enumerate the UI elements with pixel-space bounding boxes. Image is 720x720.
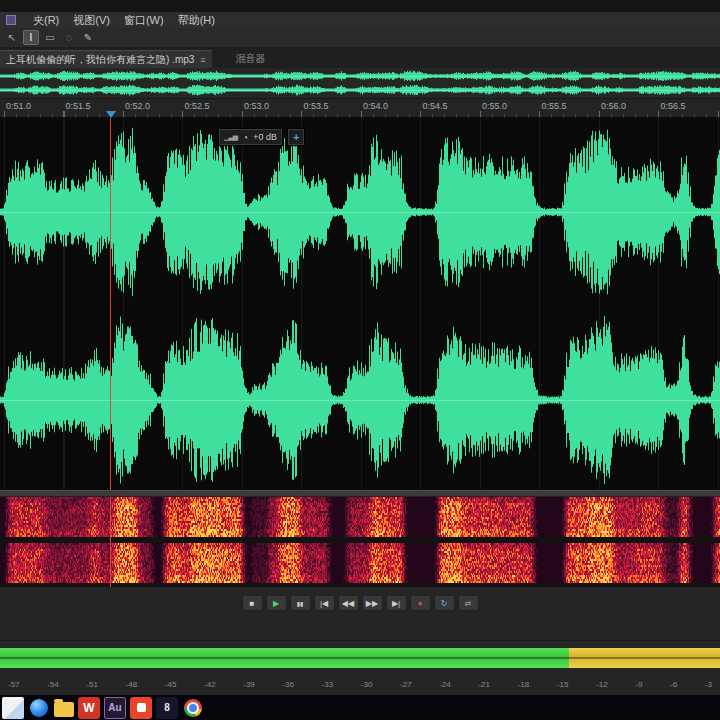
hud-gain-value[interactable]: +0 dB <box>253 132 277 142</box>
meter-scale-label: -48 <box>126 680 138 689</box>
hud-move-box[interactable]: + <box>287 128 305 146</box>
marquee-selection-tool[interactable]: ▭ <box>42 30 58 45</box>
hud-knob-icon[interactable]: ◔ <box>242 132 248 143</box>
paintbrush-tool[interactable]: ✎ <box>80 30 96 45</box>
menu-item[interactable]: 夹(R) <box>26 13 66 28</box>
meter-scale-label: -21 <box>478 680 490 689</box>
playhead-line[interactable] <box>110 118 111 490</box>
wps-app-icon[interactable]: W <box>78 697 100 719</box>
level-meter[interactable] <box>0 648 720 668</box>
pause-button[interactable]: ▮▮ <box>290 595 311 611</box>
file-tab[interactable]: 上耳机偷偷的听，我怕你有难言之隐) .mp3 ≡ <box>0 50 212 68</box>
hud-move-icon: + <box>293 131 299 143</box>
ruler-time-label: 0:53.5 <box>304 101 329 111</box>
meter-scale-label: -15 <box>557 680 569 689</box>
browser-app-icon[interactable] <box>30 699 48 717</box>
mixer-tab-label: 混音器 <box>236 52 266 66</box>
app-icon <box>6 15 16 25</box>
ruler-time-label: 0:52.0 <box>125 101 150 111</box>
time-selection-tool[interactable]: I <box>23 30 39 45</box>
meter-scale-label: -6 <box>670 680 677 689</box>
ruler-time-label: 0:54.0 <box>363 101 388 111</box>
meter-scale-label: -54 <box>47 680 59 689</box>
playhead-handle[interactable] <box>106 111 116 118</box>
menu-item[interactable]: 帮助(H) <box>171 13 222 28</box>
ruler-time-label: 0:56.0 <box>601 101 626 111</box>
meter-scale-label: -3 <box>705 680 712 689</box>
meter-scale-label: -36 <box>282 680 294 689</box>
panel-divider[interactable] <box>0 490 720 497</box>
audition-app-icon[interactable]: Au <box>104 697 126 719</box>
ruler-time-label: 0:56.5 <box>661 101 686 111</box>
meter-scale-label: -9 <box>635 680 642 689</box>
meter-scale-label: -30 <box>361 680 373 689</box>
chrome-app-icon[interactable] <box>184 699 202 717</box>
record-button[interactable]: ● <box>410 595 431 611</box>
ruler-time-label: 0:51.0 <box>6 101 31 111</box>
audition-window: 夹(R)视图(V)窗口(W)帮助(H) ↖I▭◌✎ 上耳机偷偷的听，我怕你有难言… <box>0 0 720 720</box>
ruler-time-label: 0:55.5 <box>542 101 567 111</box>
level-meter-scale: -57-54-51-48-45-42-39-36-33-30-27-24-21-… <box>0 668 720 689</box>
menu-bar: 夹(R)视图(V)窗口(W)帮助(H) <box>0 12 720 28</box>
tool-bar: ↖I▭◌✎ <box>0 28 720 48</box>
meter-scale-label: -45 <box>165 680 177 689</box>
waveform-editor[interactable]: ▁▃▅ ◔ +0 dB + <box>0 118 720 490</box>
meter-scale-label: -18 <box>518 680 530 689</box>
play-button[interactable]: ▶ <box>266 595 287 611</box>
meter-scale-label: -42 <box>204 680 216 689</box>
meter-scale-label: -24 <box>439 680 451 689</box>
red-app-icon[interactable] <box>130 697 152 719</box>
tab-bar: 上耳机偷偷的听，我怕你有难言之隐) .mp3 ≡ 混音器 <box>0 48 720 68</box>
ruler-time-label: 0:55.0 <box>482 101 507 111</box>
tab-menu-icon[interactable]: ≡ <box>200 55 205 65</box>
waveform-canvas[interactable] <box>0 118 720 490</box>
timeline-ruler[interactable]: 0:51.00:51.50:52.00:52.50:53.00:53.50:54… <box>0 98 720 118</box>
menu-item[interactable]: 窗口(W) <box>117 13 171 28</box>
overview-waveform[interactable] <box>0 68 720 98</box>
meter-scale-label: -27 <box>400 680 412 689</box>
mixer-tab[interactable]: 混音器 <box>226 50 276 68</box>
transport-controls: ■▶▮▮|◀◀◀▶▶▶|●↻⇄ <box>0 587 720 611</box>
move-tool[interactable]: ↖ <box>4 30 20 45</box>
spectrogram-right-canvas[interactable] <box>0 543 720 583</box>
ruler-time-label: 0:52.5 <box>185 101 210 111</box>
level-meter-split <box>0 657 720 659</box>
transport-area: ■▶▮▮|◀◀◀▶▶▶|●↻⇄ <box>0 587 720 640</box>
meter-scale-label: -57 <box>8 680 20 689</box>
overview-waveform-canvas[interactable] <box>0 68 720 98</box>
meter-scale-label: -12 <box>596 680 608 689</box>
lasso-selection-tool[interactable]: ◌ <box>61 30 77 45</box>
ruler-time-label: 0:54.5 <box>423 101 448 111</box>
ruler-time-label: 0:51.5 <box>66 101 91 111</box>
spectrogram-left-canvas[interactable] <box>0 497 720 537</box>
photos-app-icon[interactable] <box>2 697 24 719</box>
fast-forward-button[interactable]: ▶▶ <box>362 595 383 611</box>
skip-forward-button[interactable]: ▶| <box>386 595 407 611</box>
loop-button[interactable]: ↻ <box>434 595 455 611</box>
skip-back-button[interactable]: |◀ <box>314 595 335 611</box>
level-meter-area: -57-54-51-48-45-42-39-36-33-30-27-24-21-… <box>0 640 720 695</box>
skip-selection-button[interactable]: ⇄ <box>458 595 479 611</box>
dark-app-icon[interactable]: 8 <box>156 697 178 719</box>
meter-scale-label: -33 <box>322 680 334 689</box>
title-bar <box>0 0 720 12</box>
meter-scale-label: -39 <box>243 680 255 689</box>
ruler-time-label: 0:53.0 <box>244 101 269 111</box>
file-explorer-icon[interactable] <box>54 702 74 717</box>
windows-taskbar: WAu8 <box>0 695 720 720</box>
hud-meter-icon: ▁▃▅ <box>224 133 237 141</box>
rewind-button[interactable]: ◀◀ <box>338 595 359 611</box>
gain-hud: ▁▃▅ ◔ +0 dB + <box>218 128 305 146</box>
spectrogram-playhead-line <box>110 497 111 587</box>
spectrogram-panel[interactable] <box>0 497 720 587</box>
gain-hud-box[interactable]: ▁▃▅ ◔ +0 dB <box>218 128 283 146</box>
menu-item[interactable]: 视图(V) <box>66 13 117 28</box>
file-tab-label: 上耳机偷偷的听，我怕你有难言之隐) .mp3 <box>6 53 194 67</box>
stop-button[interactable]: ■ <box>242 595 263 611</box>
meter-scale-label: -51 <box>86 680 98 689</box>
